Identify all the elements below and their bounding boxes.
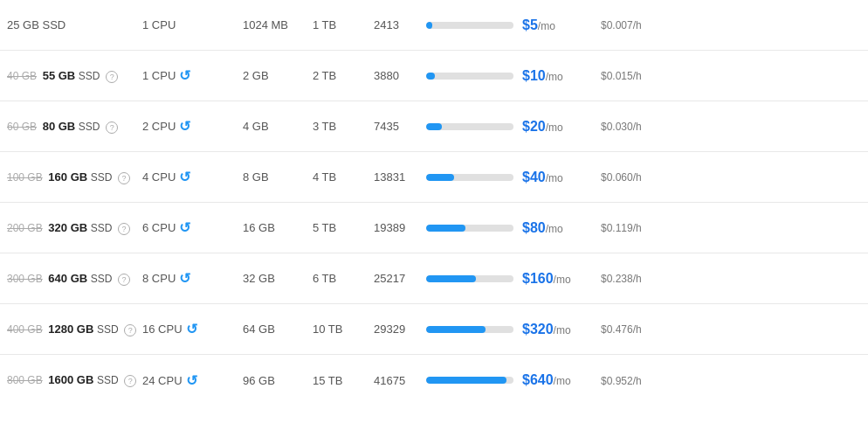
speed-bar-track: [426, 225, 513, 232]
col-price[interactable]: $40/mo: [522, 170, 601, 185]
speed-bar-fill: [426, 225, 465, 232]
table-row: 40 GB 55 GB SSD ? 1 CPU ↺ 2 GB 2 TB 3880…: [0, 51, 868, 101]
storage-type: SSD: [91, 171, 113, 184]
col-storage: 25 GB SSD: [7, 18, 142, 31]
col-storage: 200 GB 320 GB SSD ?: [7, 221, 142, 235]
speed-value: 7435: [374, 120, 399, 133]
col-transfer: 6 TB: [313, 272, 374, 285]
col-hourly: $0.007/h: [601, 18, 671, 31]
speed-bar-fill: [426, 73, 435, 80]
speed-bar-fill: [426, 174, 454, 181]
cpu-upgrade-icon: ↺: [186, 372, 197, 389]
price-hourly: $0.007/h: [601, 19, 642, 31]
table-row: 300 GB 640 GB SSD ? 8 CPU ↺ 32 GB 6 TB 2…: [0, 253, 868, 304]
col-cpu: 1 CPU: [142, 18, 243, 31]
col-price[interactable]: $10/mo: [522, 68, 601, 84]
col-ram: 32 GB: [243, 272, 313, 285]
storage-old: 100 GB: [7, 171, 43, 184]
speed-bar-fill: [426, 326, 486, 333]
col-price[interactable]: $80/mo: [522, 220, 601, 236]
col-price[interactable]: $640/mo: [522, 372, 601, 388]
table-row: 25 GB SSD 1 CPU 1024 MB 1 TB 2413 $5/mo: [0, 0, 868, 51]
cpu-label: 2 CPU: [142, 120, 176, 133]
cpu-upgrade-icon: ↺: [179, 219, 190, 236]
col-cpu: 2 CPU ↺: [142, 118, 243, 135]
price-monthly: $5/mo: [522, 19, 555, 32]
ram-label: 8 GB: [243, 170, 269, 184]
col-price[interactable]: $5/mo: [522, 17, 601, 33]
col-storage: 60 GB 80 GB SSD ?: [7, 120, 142, 134]
cpu-upgrade-icon: ↺: [186, 321, 197, 337]
speed-bar-track: [426, 22, 513, 29]
ram-label: 4 GB: [243, 120, 269, 133]
help-icon[interactable]: ?: [118, 274, 130, 286]
col-speed: 29329: [374, 323, 426, 336]
price-hourly: $0.119/h: [601, 222, 642, 234]
col-bar: [426, 275, 522, 282]
col-cpu: 8 CPU ↺: [142, 270, 243, 287]
col-storage: 300 GB 640 GB SSD ?: [7, 272, 142, 286]
help-icon[interactable]: ?: [106, 71, 118, 83]
col-cpu: 1 CPU ↺: [142, 67, 243, 84]
storage-new: 55 GB: [43, 69, 76, 82]
col-speed: 2413: [374, 18, 426, 31]
table-row: 400 GB 1280 GB SSD ? 16 CPU ↺ 64 GB 10 T…: [0, 304, 868, 355]
help-icon[interactable]: ?: [118, 172, 130, 184]
col-ram: 1024 MB: [243, 18, 313, 31]
col-cpu: 24 CPU ↺: [142, 372, 243, 389]
price-hourly: $0.060/h: [601, 171, 642, 184]
cpu-label: 8 CPU: [142, 272, 176, 285]
col-speed: 19389: [374, 221, 426, 234]
speed-bar-track: [426, 123, 513, 130]
col-cpu: 4 CPU ↺: [142, 169, 243, 185]
speed-value: 29329: [374, 323, 405, 336]
speed-bar-track: [426, 275, 513, 282]
price-hourly: $0.015/h: [601, 70, 642, 82]
col-price[interactable]: $20/mo: [522, 119, 601, 135]
storage-new: 1280 GB: [48, 323, 93, 336]
col-transfer: 5 TB: [313, 221, 374, 234]
price-monthly: $10/mo: [522, 70, 563, 83]
speed-value: 19389: [374, 221, 405, 234]
help-icon[interactable]: ?: [124, 375, 136, 387]
speed-bar-track: [426, 326, 513, 333]
transfer-label: 4 TB: [313, 170, 336, 184]
transfer-label: 6 TB: [313, 272, 336, 285]
transfer-label: 5 TB: [313, 221, 336, 234]
col-cpu: 16 CPU ↺: [142, 321, 243, 337]
col-ram: 4 GB: [243, 120, 313, 133]
help-icon[interactable]: ?: [106, 121, 118, 134]
price-monthly: $320/mo: [522, 323, 571, 336]
help-icon[interactable]: ?: [118, 223, 130, 235]
col-price[interactable]: $160/mo: [522, 271, 601, 287]
col-ram: 64 GB: [243, 323, 313, 336]
col-ram: 96 GB: [243, 374, 313, 387]
price-hourly: $0.030/h: [601, 121, 642, 133]
storage-new: 640 GB: [48, 272, 87, 285]
col-price[interactable]: $320/mo: [522, 322, 601, 337]
cpu-label: 1 CPU: [142, 69, 176, 82]
storage-type: SSD: [97, 374, 119, 386]
col-bar: [426, 73, 522, 80]
speed-value: 41675: [374, 374, 405, 387]
help-icon[interactable]: ?: [124, 324, 136, 336]
storage-type: SSD: [79, 121, 100, 133]
table-row: 200 GB 320 GB SSD ? 6 CPU ↺ 16 GB 5 TB 1…: [0, 203, 868, 253]
col-hourly: $0.952/h: [601, 374, 671, 387]
ram-label: 96 GB: [243, 374, 275, 387]
cpu-upgrade-icon: ↺: [179, 270, 190, 287]
col-ram: 2 GB: [243, 69, 313, 82]
storage-new: 320 GB: [48, 221, 87, 234]
speed-value: 13831: [374, 170, 405, 184]
price-monthly: $40/mo: [522, 171, 563, 184]
col-storage: 800 GB 1600 GB SSD ?: [7, 373, 142, 387]
transfer-label: 15 TB: [313, 374, 342, 387]
col-hourly: $0.015/h: [601, 69, 671, 82]
col-bar: [426, 123, 522, 130]
cpu-label: 4 CPU: [142, 170, 176, 184]
table-row: 100 GB 160 GB SSD ? 4 CPU ↺ 8 GB 4 TB 13…: [0, 152, 868, 203]
storage-type: SSD: [91, 222, 113, 234]
pricing-table: 25 GB SSD 1 CPU 1024 MB 1 TB 2413 $5/mo: [0, 0, 868, 406]
col-bar: [426, 377, 522, 384]
speed-value: 3880: [374, 69, 399, 82]
